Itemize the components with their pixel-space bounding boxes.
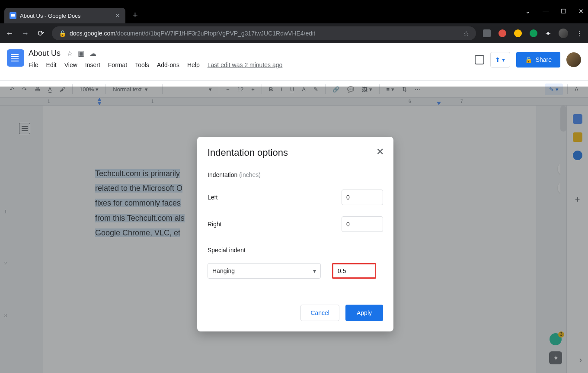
extension-icon[interactable]	[483, 29, 491, 37]
apply-button[interactable]: Apply	[345, 305, 383, 321]
menu-edit[interactable]: Edit	[46, 61, 57, 68]
chevron-down-icon[interactable]: ⌄	[525, 8, 530, 15]
docs-header: About Us ☆ ▣ ☁ File Edit View Insert For…	[0, 43, 588, 80]
menu-tools[interactable]: Tools	[135, 61, 149, 68]
move-folder-icon[interactable]: ▣	[78, 49, 84, 58]
docs-logo-icon[interactable]	[7, 49, 24, 67]
special-indent-label: Special indent	[208, 247, 383, 254]
star-icon[interactable]: ☆	[67, 49, 73, 58]
left-indent-input[interactable]	[342, 190, 383, 205]
special-indent-value-input[interactable]	[333, 264, 375, 277]
close-window-icon[interactable]: ✕	[578, 8, 584, 15]
dialog-title: Indentation options	[208, 147, 383, 158]
cloud-status-icon[interactable]: ☁	[89, 49, 96, 58]
lock-icon: 🔒	[59, 30, 66, 37]
profile-avatar[interactable]	[559, 29, 568, 38]
tab-bar: About Us - Google Docs ✕ + ⌄ — ☐ ✕	[0, 3, 588, 23]
cancel-button[interactable]: Cancel	[300, 305, 339, 321]
back-button[interactable]: ←	[5, 29, 14, 38]
menu-addons[interactable]: Add-ons	[157, 61, 179, 68]
right-indent-input[interactable]	[342, 216, 383, 232]
last-edit-link[interactable]: Last edit was 2 minutes ago	[208, 61, 283, 68]
chrome-menu-icon[interactable]: ⋮	[576, 29, 583, 38]
document-title[interactable]: About Us	[29, 49, 61, 58]
menu-format[interactable]: Format	[108, 61, 127, 68]
menu-help[interactable]: Help	[187, 61, 200, 68]
minimize-icon[interactable]: —	[543, 8, 549, 15]
maximize-icon[interactable]: ☐	[561, 8, 566, 15]
account-avatar[interactable]	[566, 52, 581, 67]
extension-icon[interactable]	[530, 29, 537, 37]
url-bar[interactable]: 🔒 docs.google.com/document/d/1bqPW7lF1fH…	[52, 26, 476, 40]
indentation-options-dialog: Indentation options ✕ Indentation (inche…	[197, 137, 393, 331]
address-bar: ← → ⟳ 🔒 docs.google.com/document/d/1bqPW…	[0, 23, 588, 43]
docs-favicon-icon	[10, 12, 16, 19]
reload-button[interactable]: ⟳	[36, 29, 45, 38]
left-indent-label: Left	[208, 194, 217, 201]
right-indent-label: Right	[208, 221, 222, 228]
extension-icon[interactable]	[514, 29, 522, 37]
dialog-close-icon[interactable]: ✕	[376, 146, 384, 158]
forward-button[interactable]: →	[21, 29, 29, 38]
menu-insert[interactable]: Insert	[85, 61, 100, 68]
share-button[interactable]: 🔒 Share	[516, 52, 560, 68]
new-tab-button[interactable]: +	[125, 10, 145, 23]
menu-file[interactable]: File	[29, 61, 38, 68]
tab-title: About Us - Google Docs	[20, 13, 80, 19]
comment-history-icon[interactable]	[475, 55, 484, 64]
extension-icon[interactable]	[499, 29, 506, 37]
present-button[interactable]: ⬆ ▾	[490, 52, 510, 68]
url-text: docs.google.com/document/d/1bqPW7lF1fHF3…	[70, 30, 315, 37]
indentation-section-label: Indentation (inches)	[208, 171, 383, 178]
menu-view[interactable]: View	[64, 61, 77, 68]
bookmark-star-icon[interactable]: ☆	[463, 29, 469, 38]
browser-tab[interactable]: About Us - Google Docs ✕	[4, 8, 125, 23]
tab-close-icon[interactable]: ✕	[115, 12, 120, 19]
special-indent-dropdown[interactable]: Hanging▾	[208, 263, 321, 279]
menu-bar: File Edit View Insert Format Tools Add-o…	[29, 61, 475, 68]
extensions-puzzle-icon[interactable]: ✦	[545, 29, 551, 38]
